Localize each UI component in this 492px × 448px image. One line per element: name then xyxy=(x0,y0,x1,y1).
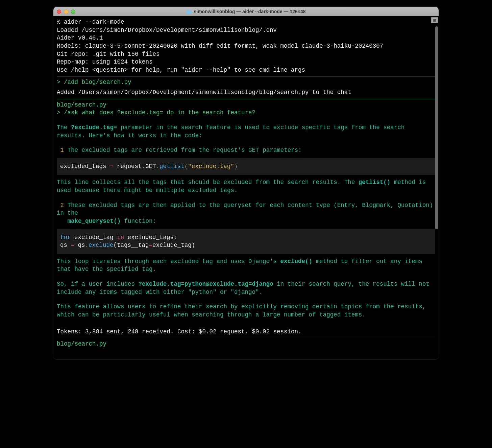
answer-para-2: This line collects all the tags that sho… xyxy=(57,179,435,194)
answer-step-2: 2 These excluded tags are then applied t… xyxy=(57,202,435,226)
file-context: blog/search.py xyxy=(57,101,435,109)
code-block-2: for exclude_tag in excluded_tags: qs = q… xyxy=(57,229,435,254)
step-number: 1 xyxy=(60,147,64,154)
startup-help: Use /help <question> for help, run "aide… xyxy=(57,66,435,74)
startup-cmd: % aider --dark-mode xyxy=(57,18,435,26)
step-number: 2 xyxy=(60,202,64,209)
terminal-window: simonwillisonblog — aider --dark-mode — … xyxy=(53,7,439,359)
code-block-1: excluded_tags = request.GET.getlist("exc… xyxy=(57,158,435,175)
answer-step-1: 1 The excluded tags are retrieved from t… xyxy=(57,146,435,155)
param-highlight: ?exclude.tag= xyxy=(71,124,117,131)
folder-icon xyxy=(186,9,192,14)
file-context-2: blog/search.py xyxy=(57,340,435,348)
answer-para-5: This feature allows users to refine thei… xyxy=(57,303,435,319)
scroll-lock-icon[interactable] xyxy=(431,17,438,23)
answer-para-4: So, if a user includes ?exclude.tag=pyth… xyxy=(57,280,435,296)
ask-command: > /ask what does ?exclude.tag= do in the… xyxy=(57,109,435,117)
titlebar[interactable]: simonwillisonblog — aider --dark-mode — … xyxy=(53,7,439,16)
traffic-lights xyxy=(57,9,75,14)
divider xyxy=(57,76,435,76)
scrollbar[interactable] xyxy=(435,26,438,229)
method-highlight: exclude() xyxy=(280,258,313,265)
method-highlight: make_queryset() xyxy=(68,218,121,225)
answer-intro: The ?exclude.tag= parameter in the searc… xyxy=(57,124,435,140)
method-highlight: getlist() xyxy=(359,179,391,186)
startup-models: Models: claude-3-5-sonnet-20240620 with … xyxy=(57,42,435,50)
startup-repomap: Repo-map: using 1024 tokens xyxy=(57,58,435,66)
divider xyxy=(57,338,435,338)
window-title: simonwillisonblog — aider --dark-mode — … xyxy=(186,9,305,14)
minimize-button[interactable] xyxy=(64,9,68,14)
startup-version: Aider v0.46.1 xyxy=(57,34,435,42)
add-result: Added /Users/simon/Dropbox/Development/s… xyxy=(57,89,435,97)
close-button[interactable] xyxy=(57,9,61,14)
maximize-button[interactable] xyxy=(71,9,75,14)
terminal-body[interactable]: % aider --dark-mode Loaded /Users/simon/… xyxy=(53,16,439,359)
startup-repo: Git repo: .git with 156 files xyxy=(57,50,435,58)
param-highlight: ?exclude.tag=python&exclude.tag=django xyxy=(139,281,273,287)
add-command: > /add blog/search.py xyxy=(57,78,435,87)
divider xyxy=(57,99,435,99)
tokens-line: Tokens: 3,884 sent, 248 received. Cost: … xyxy=(57,328,435,336)
answer-para-3: This loop iterates through each excluded… xyxy=(57,258,435,274)
startup-loaded: Loaded /Users/simon/Dropbox/Development/… xyxy=(57,26,435,34)
window-title-text: simonwillisonblog — aider --dark-mode — … xyxy=(194,9,305,14)
